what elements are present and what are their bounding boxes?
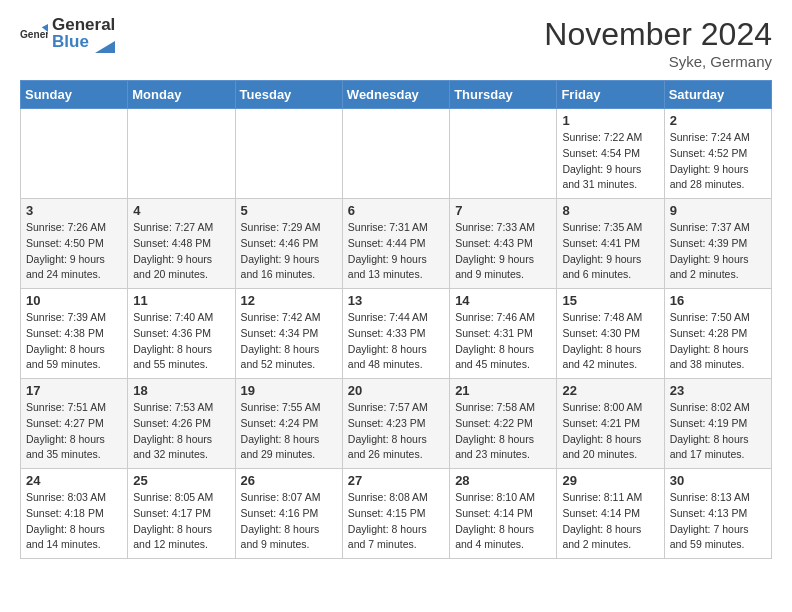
table-row: 14Sunrise: 7:46 AM Sunset: 4:31 PM Dayli… (450, 289, 557, 379)
day-number: 26 (241, 473, 337, 488)
table-row: 13Sunrise: 7:44 AM Sunset: 4:33 PM Dayli… (342, 289, 449, 379)
day-info: Sunrise: 7:26 AM Sunset: 4:50 PM Dayligh… (26, 220, 122, 283)
weekday-header-row: Sunday Monday Tuesday Wednesday Thursday… (21, 81, 772, 109)
day-number: 20 (348, 383, 444, 398)
day-info: Sunrise: 7:51 AM Sunset: 4:27 PM Dayligh… (26, 400, 122, 463)
table-row: 30Sunrise: 8:13 AM Sunset: 4:13 PM Dayli… (664, 469, 771, 559)
table-row: 26Sunrise: 8:07 AM Sunset: 4:16 PM Dayli… (235, 469, 342, 559)
page: General General Blue November 2024 Syke,… (0, 0, 792, 575)
day-number: 22 (562, 383, 658, 398)
table-row: 17Sunrise: 7:51 AM Sunset: 4:27 PM Dayli… (21, 379, 128, 469)
table-row (128, 109, 235, 199)
day-number: 30 (670, 473, 766, 488)
day-number: 19 (241, 383, 337, 398)
table-row: 10Sunrise: 7:39 AM Sunset: 4:38 PM Dayli… (21, 289, 128, 379)
table-row: 16Sunrise: 7:50 AM Sunset: 4:28 PM Dayli… (664, 289, 771, 379)
day-number: 11 (133, 293, 229, 308)
table-row: 4Sunrise: 7:27 AM Sunset: 4:48 PM Daylig… (128, 199, 235, 289)
calendar-week-row: 17Sunrise: 7:51 AM Sunset: 4:27 PM Dayli… (21, 379, 772, 469)
calendar-table: Sunday Monday Tuesday Wednesday Thursday… (20, 80, 772, 559)
table-row: 22Sunrise: 8:00 AM Sunset: 4:21 PM Dayli… (557, 379, 664, 469)
day-info: Sunrise: 7:46 AM Sunset: 4:31 PM Dayligh… (455, 310, 551, 373)
table-row (235, 109, 342, 199)
day-number: 18 (133, 383, 229, 398)
table-row: 29Sunrise: 8:11 AM Sunset: 4:14 PM Dayli… (557, 469, 664, 559)
logo-blue: Blue (52, 32, 89, 51)
header-thursday: Thursday (450, 81, 557, 109)
day-number: 12 (241, 293, 337, 308)
calendar-week-row: 3Sunrise: 7:26 AM Sunset: 4:50 PM Daylig… (21, 199, 772, 289)
month-title: November 2024 (544, 16, 772, 53)
day-info: Sunrise: 8:08 AM Sunset: 4:15 PM Dayligh… (348, 490, 444, 553)
calendar-week-row: 24Sunrise: 8:03 AM Sunset: 4:18 PM Dayli… (21, 469, 772, 559)
day-number: 7 (455, 203, 551, 218)
table-row: 8Sunrise: 7:35 AM Sunset: 4:41 PM Daylig… (557, 199, 664, 289)
day-info: Sunrise: 8:03 AM Sunset: 4:18 PM Dayligh… (26, 490, 122, 553)
day-info: Sunrise: 7:55 AM Sunset: 4:24 PM Dayligh… (241, 400, 337, 463)
header-sunday: Sunday (21, 81, 128, 109)
table-row (21, 109, 128, 199)
table-row: 3Sunrise: 7:26 AM Sunset: 4:50 PM Daylig… (21, 199, 128, 289)
day-number: 27 (348, 473, 444, 488)
svg-text:General: General (20, 29, 48, 40)
day-number: 28 (455, 473, 551, 488)
day-number: 13 (348, 293, 444, 308)
day-info: Sunrise: 7:48 AM Sunset: 4:30 PM Dayligh… (562, 310, 658, 373)
day-info: Sunrise: 7:53 AM Sunset: 4:26 PM Dayligh… (133, 400, 229, 463)
table-row: 7Sunrise: 7:33 AM Sunset: 4:43 PM Daylig… (450, 199, 557, 289)
table-row: 21Sunrise: 7:58 AM Sunset: 4:22 PM Dayli… (450, 379, 557, 469)
day-number: 25 (133, 473, 229, 488)
table-row: 12Sunrise: 7:42 AM Sunset: 4:34 PM Dayli… (235, 289, 342, 379)
day-info: Sunrise: 7:39 AM Sunset: 4:38 PM Dayligh… (26, 310, 122, 373)
header-saturday: Saturday (664, 81, 771, 109)
day-info: Sunrise: 8:07 AM Sunset: 4:16 PM Dayligh… (241, 490, 337, 553)
day-info: Sunrise: 7:44 AM Sunset: 4:33 PM Dayligh… (348, 310, 444, 373)
day-info: Sunrise: 7:40 AM Sunset: 4:36 PM Dayligh… (133, 310, 229, 373)
day-number: 9 (670, 203, 766, 218)
table-row: 15Sunrise: 7:48 AM Sunset: 4:30 PM Dayli… (557, 289, 664, 379)
day-info: Sunrise: 8:13 AM Sunset: 4:13 PM Dayligh… (670, 490, 766, 553)
table-row: 5Sunrise: 7:29 AM Sunset: 4:46 PM Daylig… (235, 199, 342, 289)
day-info: Sunrise: 7:58 AM Sunset: 4:22 PM Dayligh… (455, 400, 551, 463)
day-number: 8 (562, 203, 658, 218)
calendar-week-row: 10Sunrise: 7:39 AM Sunset: 4:38 PM Dayli… (21, 289, 772, 379)
table-row: 27Sunrise: 8:08 AM Sunset: 4:15 PM Dayli… (342, 469, 449, 559)
calendar-week-row: 1Sunrise: 7:22 AM Sunset: 4:54 PM Daylig… (21, 109, 772, 199)
logo-icon: General (20, 21, 48, 49)
logo: General General Blue (20, 16, 115, 53)
day-number: 14 (455, 293, 551, 308)
day-info: Sunrise: 7:29 AM Sunset: 4:46 PM Dayligh… (241, 220, 337, 283)
svg-marker-2 (95, 41, 115, 53)
day-number: 2 (670, 113, 766, 128)
table-row: 23Sunrise: 8:02 AM Sunset: 4:19 PM Dayli… (664, 379, 771, 469)
day-info: Sunrise: 8:05 AM Sunset: 4:17 PM Dayligh… (133, 490, 229, 553)
header-friday: Friday (557, 81, 664, 109)
day-number: 17 (26, 383, 122, 398)
day-number: 24 (26, 473, 122, 488)
table-row: 18Sunrise: 7:53 AM Sunset: 4:26 PM Dayli… (128, 379, 235, 469)
day-number: 5 (241, 203, 337, 218)
header-tuesday: Tuesday (235, 81, 342, 109)
day-info: Sunrise: 8:00 AM Sunset: 4:21 PM Dayligh… (562, 400, 658, 463)
table-row: 19Sunrise: 7:55 AM Sunset: 4:24 PM Dayli… (235, 379, 342, 469)
table-row: 20Sunrise: 7:57 AM Sunset: 4:23 PM Dayli… (342, 379, 449, 469)
table-row: 2Sunrise: 7:24 AM Sunset: 4:52 PM Daylig… (664, 109, 771, 199)
day-info: Sunrise: 7:27 AM Sunset: 4:48 PM Dayligh… (133, 220, 229, 283)
day-number: 21 (455, 383, 551, 398)
table-row: 11Sunrise: 7:40 AM Sunset: 4:36 PM Dayli… (128, 289, 235, 379)
day-number: 23 (670, 383, 766, 398)
day-number: 4 (133, 203, 229, 218)
day-info: Sunrise: 7:42 AM Sunset: 4:34 PM Dayligh… (241, 310, 337, 373)
day-number: 10 (26, 293, 122, 308)
day-info: Sunrise: 8:10 AM Sunset: 4:14 PM Dayligh… (455, 490, 551, 553)
table-row: 28Sunrise: 8:10 AM Sunset: 4:14 PM Dayli… (450, 469, 557, 559)
day-number: 3 (26, 203, 122, 218)
table-row (450, 109, 557, 199)
day-info: Sunrise: 7:57 AM Sunset: 4:23 PM Dayligh… (348, 400, 444, 463)
location-subtitle: Syke, Germany (544, 53, 772, 70)
table-row: 9Sunrise: 7:37 AM Sunset: 4:39 PM Daylig… (664, 199, 771, 289)
day-info: Sunrise: 7:24 AM Sunset: 4:52 PM Dayligh… (670, 130, 766, 193)
logo-triangle-icon (95, 33, 115, 53)
day-number: 6 (348, 203, 444, 218)
header: General General Blue November 2024 Syke,… (20, 16, 772, 70)
